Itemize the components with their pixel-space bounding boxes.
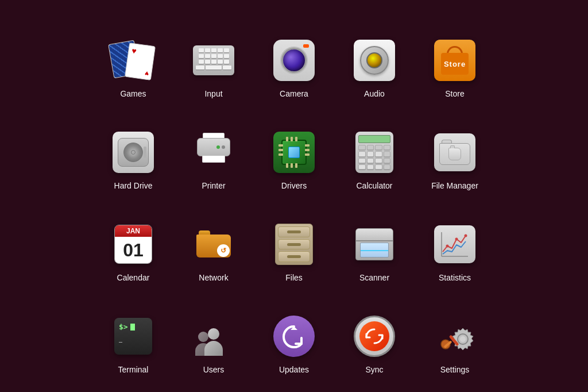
- printer-icon: [191, 129, 237, 175]
- app-audio[interactable]: Audio: [337, 12, 412, 104]
- svg-point-3: [455, 238, 458, 241]
- files-label: Files: [285, 273, 303, 282]
- sync-label: Sync: [365, 365, 383, 374]
- app-sync[interactable]: Sync: [337, 288, 412, 380]
- games-icon: ♥ ♥: [110, 37, 156, 83]
- statistics-label: Statistics: [439, 273, 471, 282]
- statistics-icon: [432, 221, 478, 267]
- scanner-icon: [351, 221, 397, 267]
- camera-icon: [271, 37, 317, 83]
- app-scanner[interactable]: Scanner: [337, 196, 412, 288]
- calculator-label: Calculator: [356, 181, 392, 190]
- users-icon: [191, 313, 237, 359]
- app-updates[interactable]: Updates: [257, 288, 331, 380]
- app-grid: ♥ ♥ Games: [96, 12, 492, 380]
- calculator-icon: [351, 129, 397, 175]
- app-files[interactable]: Files: [257, 196, 331, 288]
- updates-label: Updates: [279, 365, 309, 374]
- svg-point-6: [460, 336, 466, 342]
- app-input[interactable]: Input: [176, 12, 251, 104]
- network-label: Network: [199, 273, 228, 282]
- app-games[interactable]: ♥ ♥ Games: [96, 12, 171, 104]
- terminal-label: Terminal: [118, 365, 149, 374]
- harddrive-icon: [110, 129, 156, 175]
- app-harddrive[interactable]: Hard Drive: [96, 104, 171, 196]
- sync-icon: [351, 313, 397, 359]
- app-statistics[interactable]: Statistics: [417, 196, 492, 288]
- files-icon: [271, 221, 317, 267]
- app-filemanager[interactable]: File Manager: [417, 104, 492, 196]
- camera-label: Camera: [280, 89, 308, 98]
- app-calculator[interactable]: Calculator: [337, 104, 412, 196]
- calendar-icon: JAN 01: [110, 221, 156, 267]
- app-terminal[interactable]: $> _ Terminal: [96, 288, 171, 380]
- app-drivers[interactable]: Drivers: [257, 104, 331, 196]
- calendar-day: 01: [115, 237, 152, 263]
- calendar-month: JAN: [115, 225, 152, 237]
- network-icon: ↺: [191, 221, 237, 267]
- audio-icon: [351, 37, 397, 83]
- games-label: Games: [120, 89, 146, 98]
- store-icon: Store: [432, 37, 478, 83]
- app-printer[interactable]: Printer: [176, 104, 251, 196]
- input-icon: [191, 37, 237, 83]
- svg-point-2: [446, 245, 449, 248]
- store-label: Store: [445, 89, 464, 98]
- audio-label: Audio: [364, 89, 385, 98]
- input-label: Input: [204, 89, 222, 98]
- calendar-label: Calendar: [117, 273, 150, 282]
- harddrive-label: Hard Drive: [114, 181, 153, 190]
- app-store[interactable]: Store Store: [417, 12, 492, 104]
- settings-icon: [432, 313, 478, 359]
- drivers-icon: [271, 129, 317, 175]
- store-bag-label: Store: [444, 60, 466, 68]
- app-settings[interactable]: Settings: [417, 288, 492, 380]
- scanner-label: Scanner: [359, 273, 389, 282]
- app-users[interactable]: Users: [176, 288, 251, 380]
- updates-icon: [271, 313, 317, 359]
- users-label: Users: [203, 365, 225, 374]
- settings-label: Settings: [440, 365, 470, 374]
- terminal-icon: $> _: [110, 313, 156, 359]
- app-camera[interactable]: Camera: [257, 12, 331, 104]
- printer-label: Printer: [202, 181, 225, 190]
- app-network[interactable]: ↺ Network: [176, 196, 251, 288]
- app-calendar[interactable]: JAN 01 Calendar: [96, 196, 171, 288]
- svg-point-4: [465, 235, 467, 237]
- filemanager-icon: [432, 129, 478, 175]
- drivers-label: Drivers: [281, 181, 307, 190]
- filemanager-label: File Manager: [431, 181, 478, 190]
